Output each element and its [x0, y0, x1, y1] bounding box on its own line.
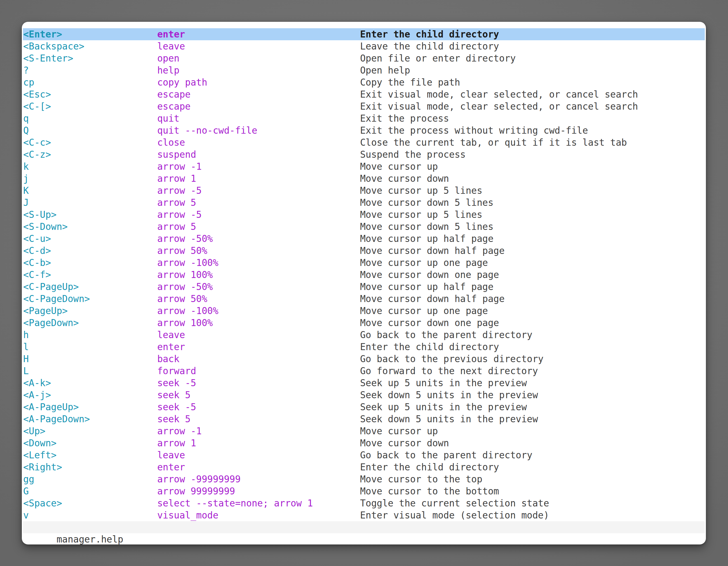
key-label: l — [23, 341, 157, 353]
help-row[interactable]: <Enter> enter Enter the child directory — [23, 28, 705, 40]
key-label: <A-k> — [23, 377, 157, 389]
key-label: k — [23, 161, 157, 173]
help-row[interactable]: <C-PageUp> arrow -50% Move cursor up hal… — [23, 281, 705, 293]
help-row[interactable]: Q quit --no-cwd-file Exit the process wi… — [23, 125, 705, 137]
help-row[interactable]: <C-PageDown> arrow 50% Move cursor down … — [23, 293, 705, 305]
help-row[interactable]: cp copy path Copy the file path — [23, 76, 705, 88]
command-label: arrow 100% — [157, 317, 360, 329]
description-label: Exit visual mode, clear selected, or can… — [360, 100, 705, 112]
key-label: <A-PageUp> — [23, 401, 157, 413]
key-label: <C-d> — [23, 245, 157, 257]
key-label: v — [23, 509, 157, 521]
terminal-window: <Enter> enter Enter the child directory … — [22, 22, 706, 544]
description-label: Move cursor down one page — [360, 317, 705, 329]
help-row[interactable]: <C-c> close Close the current tab, or qu… — [23, 137, 705, 149]
description-label: Enter the child directory — [360, 461, 705, 473]
help-row[interactable]: j arrow 1 Move cursor down — [23, 173, 705, 185]
help-row[interactable]: <C-[> escape Exit visual mode, clear sel… — [23, 100, 705, 112]
help-row[interactable]: h leave Go back to the parent directory — [23, 329, 705, 341]
help-row[interactable]: gg arrow -99999999 Move cursor to the to… — [23, 473, 705, 485]
help-row[interactable]: <C-b> arrow -100% Move cursor up one pag… — [23, 257, 705, 269]
command-label: leave — [157, 40, 360, 52]
key-label: <Down> — [23, 437, 157, 449]
help-row[interactable]: <Left> leave Go back to the parent direc… — [23, 449, 705, 461]
description-label: Move cursor up — [360, 425, 705, 437]
description-label: Move cursor up one page — [360, 305, 705, 317]
key-label: Q — [23, 125, 157, 137]
command-label: open — [157, 52, 360, 64]
description-label: Move cursor down half page — [360, 245, 705, 257]
command-label: back — [157, 353, 360, 365]
help-row[interactable]: <A-PageDown> seek 5 Seek down 5 units in… — [23, 413, 705, 425]
help-row[interactable]: <S-Up> arrow -5 Move cursor up 5 lines — [23, 209, 705, 221]
description-label: Exit the process — [360, 112, 705, 125]
key-label: <C-PageUp> — [23, 281, 157, 293]
help-row[interactable]: G arrow 99999999 Move cursor to the bott… — [23, 485, 705, 497]
key-label: <Left> — [23, 449, 157, 461]
help-row[interactable]: l enter Enter the child directory — [23, 341, 705, 353]
help-row[interactable]: <Down> arrow 1 Move cursor down — [23, 437, 705, 449]
help-row[interactable]: <C-f> arrow 100% Move cursor down one pa… — [23, 269, 705, 281]
command-label: arrow -1 — [157, 425, 360, 437]
help-row[interactable]: <Esc> escape Exit visual mode, clear sel… — [23, 88, 705, 100]
description-label: Open file or enter directory — [360, 52, 705, 64]
description-label: Copy the file path — [360, 76, 705, 88]
description-label: Enter the child directory — [360, 341, 705, 353]
description-label: Move cursor up half page — [360, 281, 705, 293]
help-row[interactable]: <A-j> seek 5 Seek down 5 units in the pr… — [23, 389, 705, 401]
description-label: Move cursor up 5 lines — [360, 185, 705, 197]
command-label: help — [157, 64, 360, 76]
help-row[interactable]: <A-k> seek -5 Seek up 5 units in the pre… — [23, 377, 705, 389]
help-row[interactable]: <PageDown> arrow 100% Move cursor down o… — [23, 317, 705, 329]
help-row[interactable]: <Backspace> leave Leave the child direct… — [23, 40, 705, 52]
help-row[interactable]: <Right> enter Enter the child directory — [23, 461, 705, 473]
help-row[interactable]: <Space> select --state=none; arrow 1 Tog… — [23, 497, 705, 509]
help-row[interactable]: H back Go back to the previous directory — [23, 353, 705, 365]
command-label: arrow 50% — [157, 245, 360, 257]
help-row[interactable]: <C-z> suspend Suspend the process — [23, 149, 705, 161]
help-row[interactable]: k arrow -1 Move cursor up — [23, 161, 705, 173]
help-row[interactable]: L forward Go forward to the next directo… — [23, 365, 705, 377]
command-label: arrow 1 — [157, 437, 360, 449]
help-keybindings-list: <Enter> enter Enter the child directory … — [23, 22, 705, 521]
command-label: enter — [157, 341, 360, 353]
description-label: Toggle the current selection state — [360, 497, 705, 509]
key-label: G — [23, 485, 157, 497]
key-label: h — [23, 329, 157, 341]
key-label: <Backspace> — [23, 40, 157, 52]
description-label: Move cursor down — [360, 437, 705, 449]
help-row[interactable]: <C-d> arrow 50% Move cursor down half pa… — [23, 245, 705, 257]
description-label: Enter visual mode (selection mode) — [360, 509, 705, 521]
key-label: <Right> — [23, 461, 157, 473]
help-row[interactable]: <Up> arrow -1 Move cursor up — [23, 425, 705, 437]
key-label: <S-Up> — [23, 209, 157, 221]
key-label: gg — [23, 473, 157, 485]
help-row[interactable]: <S-Down> arrow 5 Move cursor down 5 line… — [23, 221, 705, 233]
command-label: close — [157, 137, 360, 149]
help-row[interactable]: <S-Enter> open Open file or enter direct… — [23, 52, 705, 64]
description-label: Move cursor up half page — [360, 233, 705, 245]
key-label: <PageDown> — [23, 317, 157, 329]
help-row[interactable]: <PageUp> arrow -100% Move cursor up one … — [23, 305, 705, 317]
help-row[interactable]: q quit Exit the process — [23, 112, 705, 125]
description-label: Open help — [360, 64, 705, 76]
description-label: Move cursor down — [360, 173, 705, 185]
command-label: arrow 5 — [157, 221, 360, 233]
command-label: enter — [157, 28, 360, 40]
help-row[interactable]: <C-u> arrow -50% Move cursor up half pag… — [23, 233, 705, 245]
help-row[interactable]: v visual_mode Enter visual mode (selecti… — [23, 509, 705, 521]
key-label: <C-z> — [23, 149, 157, 161]
help-row[interactable]: <A-PageUp> seek -5 Seek up 5 units in th… — [23, 401, 705, 413]
description-label: Move cursor up — [360, 161, 705, 173]
description-label: Go back to the parent directory — [360, 329, 705, 341]
command-label: arrow -100% — [157, 257, 360, 269]
help-row[interactable]: K arrow -5 Move cursor up 5 lines — [23, 185, 705, 197]
description-label: Move cursor down half page — [360, 293, 705, 305]
help-row[interactable]: ? help Open help — [23, 64, 705, 76]
command-label: leave — [157, 329, 360, 341]
description-label: Close the current tab, or quit if it is … — [360, 137, 705, 149]
key-label: <Space> — [23, 497, 157, 509]
command-label: forward — [157, 365, 360, 377]
description-label: Suspend the process — [360, 149, 705, 161]
help-row[interactable]: J arrow 5 Move cursor down 5 lines — [23, 197, 705, 209]
